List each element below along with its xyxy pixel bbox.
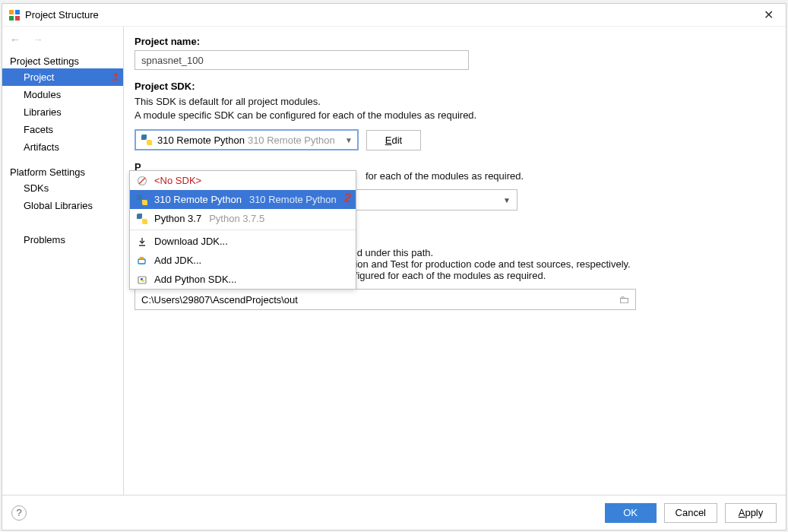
- project-sdk-label: Project SDK:: [134, 81, 775, 92]
- sidebar-item-label: Artifacts: [24, 141, 59, 153]
- sidebar-item-label: Project: [24, 71, 54, 83]
- project-structure-dialog: Project Structure ✕ ← → Project Settings…: [2, 3, 786, 530]
- compiler-output-path-input[interactable]: C:\Users\29807\AscendProjects\out 🗀: [134, 289, 636, 310]
- dropdown-item-download-jdk[interactable]: Download JDK...: [130, 232, 356, 251]
- dialog-body: ← → Project Settings Project 1 Modules L…: [2, 27, 786, 495]
- dialog-title: Project Structure: [25, 9, 757, 21]
- dropdown-item-label: Add Python SDK...: [154, 274, 236, 285]
- svg-rect-3: [15, 16, 20, 21]
- sidebar-item-sdks[interactable]: SDKs: [2, 179, 123, 197]
- dropdown-separator: [130, 230, 356, 230]
- dropdown-item-label: <No SDK>: [154, 175, 201, 186]
- cancel-button[interactable]: Cancel: [664, 503, 717, 523]
- python-icon: [136, 213, 148, 225]
- dialog-footer: ? OK Cancel Apply: [2, 495, 786, 530]
- sdk-dropdown-panel: <No SDK> 310 Remote Python 310 Remote Py…: [129, 170, 356, 290]
- sidebar-item-label: SDKs: [24, 182, 49, 194]
- sidebar-item-libraries[interactable]: Libraries: [2, 103, 123, 121]
- svg-rect-2: [9, 16, 14, 21]
- dropdown-item-label: Download JDK...: [154, 236, 228, 247]
- dropdown-item-label: Add JDK...: [154, 255, 201, 266]
- section-header-project-settings: Project Settings: [2, 49, 123, 68]
- back-button[interactable]: ←: [7, 32, 24, 47]
- project-name-label: Project name:: [134, 36, 775, 47]
- sidebar-item-global-libraries[interactable]: Global Libraries: [2, 197, 123, 214]
- dropdown-item-sublabel: Python 3.7.5: [209, 213, 264, 224]
- forward-button[interactable]: →: [30, 32, 46, 47]
- svg-line-5: [139, 178, 145, 184]
- dropdown-item-label: 310 Remote Python: [154, 194, 242, 205]
- svg-rect-6: [138, 259, 145, 264]
- sidebar-item-facets[interactable]: Facets: [2, 121, 123, 138]
- dropdown-item-sublabel: 310 Remote Python: [249, 194, 337, 205]
- sidebar-item-label: Problems: [24, 234, 65, 245]
- dropdown-item-no-sdk[interactable]: <No SDK>: [130, 171, 356, 190]
- help-button[interactable]: ?: [11, 505, 27, 521]
- svg-rect-7: [140, 257, 144, 259]
- main-panel: Project name: Project SDK: This SDK is d…: [124, 27, 786, 495]
- compiler-output-path-value: C:\Users\29807\AscendProjects\out: [141, 294, 298, 306]
- dropdown-item-310-remote-python[interactable]: 310 Remote Python 310 Remote Python 2: [130, 190, 356, 209]
- close-button[interactable]: ✕: [757, 8, 780, 22]
- app-icon: [8, 9, 21, 21]
- project-name-input[interactable]: [134, 50, 469, 70]
- sidebar-item-label: Modules: [24, 89, 61, 100]
- no-sdk-icon: [136, 175, 148, 187]
- ok-button[interactable]: OK: [605, 503, 657, 523]
- chevron-down-icon: ▼: [503, 196, 511, 204]
- download-icon: [136, 236, 148, 248]
- sidebar-item-label: Libraries: [24, 106, 62, 118]
- apply-button[interactable]: Apply: [725, 503, 777, 523]
- section-header-platform-settings: Platform Settings: [2, 160, 123, 179]
- sidebar-item-problems[interactable]: Problems: [2, 231, 123, 249]
- dropdown-item-add-python-sdk[interactable]: Add Python SDK...: [130, 270, 356, 289]
- svg-rect-0: [9, 10, 14, 14]
- python-icon: [136, 194, 148, 206]
- dropdown-item-python-37[interactable]: Python 3.7 Python 3.7.5: [130, 209, 356, 228]
- project-sdk-dropdown[interactable]: 310 Remote Python 310 Remote Python ▼: [134, 129, 359, 150]
- python-icon: [141, 134, 153, 146]
- sidebar-item-modules[interactable]: Modules: [2, 86, 123, 103]
- chevron-down-icon: ▼: [345, 136, 353, 144]
- sdk-description-line1: This SDK is default for all project modu…: [134, 95, 775, 109]
- annotation-1: 1: [112, 70, 119, 83]
- annotation-2: 2: [344, 192, 351, 205]
- folder-icon[interactable]: 🗀: [619, 293, 629, 306]
- lang-desc-partial-right: for each of the modules as required.: [366, 170, 775, 182]
- sidebar-item-label: Facets: [24, 124, 53, 135]
- sdk-selected-sub: 310 Remote Python: [248, 135, 335, 146]
- sdk-selected-name: 310 Remote Python: [157, 135, 245, 146]
- svg-rect-10: [142, 280, 144, 282]
- dropdown-item-label: Python 3.7: [154, 213, 201, 224]
- sidebar-item-artifacts[interactable]: Artifacts: [2, 138, 123, 156]
- jdk-icon: [136, 255, 148, 267]
- svg-rect-1: [15, 10, 20, 14]
- dropdown-item-add-jdk[interactable]: Add JDK...: [130, 251, 356, 270]
- sdk-description-line2: A module specific SDK can be configured …: [134, 109, 775, 122]
- nav-buttons: ← →: [2, 27, 123, 49]
- edit-sdk-button[interactable]: Edit: [366, 130, 421, 150]
- sidebar-item-project[interactable]: Project 1: [2, 68, 123, 86]
- titlebar: Project Structure ✕: [2, 4, 786, 27]
- python-sdk-icon: [136, 274, 148, 286]
- sidebar-item-label: Global Libraries: [24, 200, 93, 211]
- sidebar: ← → Project Settings Project 1 Modules L…: [2, 27, 124, 495]
